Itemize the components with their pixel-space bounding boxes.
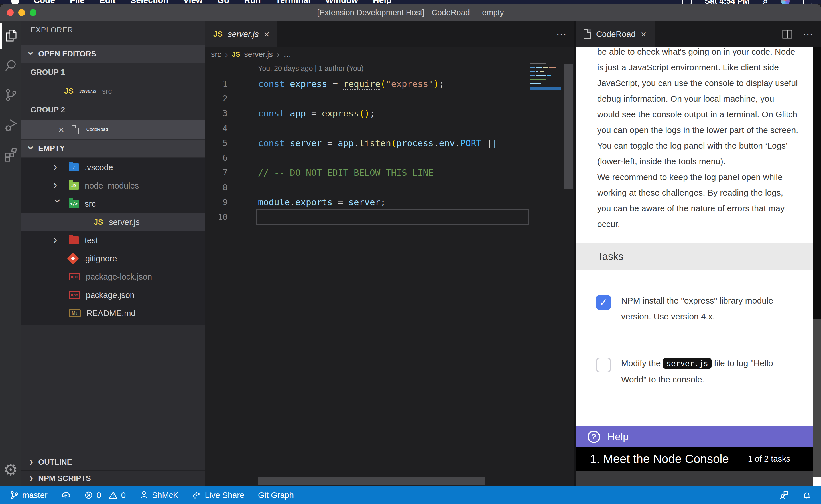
open-editors-header[interactable]: › OPEN EDITORS	[21, 45, 205, 63]
liveshare-account-item[interactable]: ShMcK	[139, 491, 178, 500]
code-line-6[interactable]: 6	[205, 150, 574, 165]
breadcrumb[interactable]: src › JS server.js › …	[205, 47, 574, 62]
code-line-3[interactable]: 3const app = express();	[205, 106, 574, 121]
code-line-10[interactable]: 10	[205, 210, 574, 224]
editor-actions-more-icon[interactable]: ⋯	[556, 28, 566, 40]
menu-item-code[interactable]: Code	[34, 0, 55, 4]
control-center-icon[interactable]	[803, 0, 812, 4]
code-line-1[interactable]: 1const express = require("express");	[205, 76, 574, 91]
code-line-9[interactable]: 9module.exports = server;	[205, 195, 574, 210]
outline-section-header[interactable]: › OUTLINE	[21, 454, 205, 470]
run-and-debug-icon[interactable]	[0, 110, 21, 140]
editor-vertical-scrollbar[interactable]	[563, 64, 573, 189]
chevron-right-icon[interactable]: ›	[53, 179, 63, 190]
lesson-title: 1. Meet the Node Console	[590, 452, 748, 466]
apple-menu-icon[interactable]	[11, 0, 19, 4]
checkbox-unchecked[interactable]	[596, 358, 611, 372]
close-tab-icon[interactable]: ×	[641, 29, 647, 40]
tree-item-label: .gitignore	[83, 254, 117, 263]
extensions-icon[interactable]	[0, 140, 21, 169]
menu-item-file[interactable]: File	[70, 0, 85, 4]
tab-serverjs[interactable]: JS server.js ×	[205, 21, 277, 47]
line-number: 4	[205, 124, 237, 133]
menu-item-terminal[interactable]: Terminal	[276, 0, 311, 4]
code-line-8[interactable]: 8	[205, 180, 574, 195]
close-icon[interactable]: ×	[58, 124, 64, 135]
close-tab-icon[interactable]: ×	[264, 29, 270, 40]
more-actions-icon[interactable]: ⋯	[803, 28, 813, 40]
code-editor[interactable]: You, 20 days ago | 1 author (You) 1const…	[205, 62, 574, 486]
open-editor-serverjs[interactable]: JS server.js src	[21, 82, 205, 100]
siri-icon[interactable]	[781, 0, 790, 4]
settings-gear-icon[interactable]: ⚙	[0, 457, 21, 482]
chevron-right-icon[interactable]: ›	[53, 161, 63, 172]
menu-item-selection[interactable]: Selection	[130, 0, 168, 4]
tree-item--vscode[interactable]: ›✓.vscode	[21, 158, 205, 177]
notifications-item[interactable]	[802, 491, 811, 500]
code-text: module.exports = server;	[237, 197, 386, 207]
help-bar[interactable]: ? Help	[575, 426, 821, 447]
code-line-5[interactable]: 5const server = app.listen(process.env.P…	[205, 136, 574, 150]
tree-item-test[interactable]: ›test	[21, 231, 205, 249]
editor-group1-label: GROUP 1	[30, 64, 65, 80]
source-control-icon[interactable]	[0, 80, 21, 110]
task-label: Modify the server.js file to log "Hello …	[621, 355, 793, 388]
chevron-right-icon: ›	[29, 472, 33, 483]
sync-item[interactable]	[61, 491, 70, 500]
webview-bottom-strip	[575, 471, 813, 486]
code-text: // -- DO NOT EDIT BELOW THIS LINE	[237, 167, 434, 178]
chevron-down-icon[interactable]: ›	[52, 199, 64, 209]
folder-section-header[interactable]: › EMPTY	[21, 140, 205, 157]
sidebar-title: EXPLORER	[30, 26, 73, 40]
file-icon	[583, 29, 591, 39]
editor-horizontal-scrollbar[interactable]	[258, 477, 485, 485]
search-icon[interactable]	[0, 51, 21, 80]
gitlens-annotation[interactable]: You, 20 days ago | 1 author (You)	[258, 64, 364, 73]
scrollbar-thumb[interactable]	[813, 319, 821, 477]
line-number: 3	[205, 109, 237, 118]
battery-icon	[682, 0, 692, 4]
feedback-item[interactable]	[779, 491, 789, 500]
menu-item-help[interactable]: Help	[373, 0, 391, 4]
code-line-4[interactable]: 4	[205, 121, 574, 136]
menu-item-go[interactable]: Go	[218, 0, 230, 4]
tree-item--gitignore[interactable]: .gitignore	[21, 249, 205, 268]
lesson-progress: 1 of 2 tasks	[748, 454, 790, 464]
spotlight-icon[interactable]: ⌕	[763, 0, 768, 4]
chevron-right-icon[interactable]: ›	[53, 234, 63, 245]
npm-scripts-section-header[interactable]: › NPM SCRIPTS	[21, 470, 205, 486]
tab-bar: JS server.js × ⋯	[205, 21, 574, 47]
line-number: 10	[205, 212, 237, 222]
tab-coderoad[interactable]: CodeRoad ×	[575, 21, 655, 47]
git-branch-item[interactable]: master	[10, 491, 48, 500]
menu-item-run[interactable]: Run	[244, 0, 261, 4]
tree-item-src[interactable]: ›</>src	[21, 195, 205, 213]
menu-item-window[interactable]: Window	[325, 0, 358, 4]
explorer-icon[interactable]	[0, 21, 21, 51]
checkbox-checked[interactable]: ✓	[596, 295, 611, 310]
tree-item-package-json[interactable]: npmpackage.json	[21, 286, 205, 304]
line-number: 7	[205, 168, 237, 177]
tree-item-label: node_modules	[85, 181, 139, 190]
git-graph-item[interactable]: Git Graph	[258, 491, 294, 500]
problems-item[interactable]: 0 0	[84, 491, 126, 500]
code-text: const express = require("express");	[237, 79, 444, 89]
webview-scrollbar[interactable]	[813, 47, 821, 486]
src-folder-icon: </>	[69, 200, 79, 208]
live-share-item[interactable]: Live Share	[192, 491, 244, 500]
tree-item-label: test	[85, 236, 98, 245]
menu-item-edit[interactable]: Edit	[99, 0, 116, 4]
tree-item-package-lock-json[interactable]: npmpackage-lock.json	[21, 268, 205, 286]
window-title-bar: [Extension Development Host] - CodeRoad …	[0, 4, 821, 21]
split-editor-icon[interactable]	[782, 28, 793, 40]
open-editor-coderoad[interactable]: × CodeRoad	[21, 120, 205, 139]
code-line-7[interactable]: 7// -- DO NOT EDIT BELOW THIS LINE	[205, 165, 574, 180]
tab-bar: CodeRoad × ⋯	[575, 21, 821, 47]
code-line-2[interactable]: 2	[205, 91, 574, 106]
tree-item-node-modules[interactable]: ›JSnode_modules	[21, 177, 205, 195]
tree-item-readme-md[interactable]: M↓README.md	[21, 304, 205, 322]
minimap[interactable]	[530, 63, 561, 90]
minimap-slider	[530, 87, 561, 90]
menu-item-view[interactable]: View	[183, 0, 203, 4]
tree-item-server-js[interactable]: JSserver.js	[21, 213, 205, 231]
